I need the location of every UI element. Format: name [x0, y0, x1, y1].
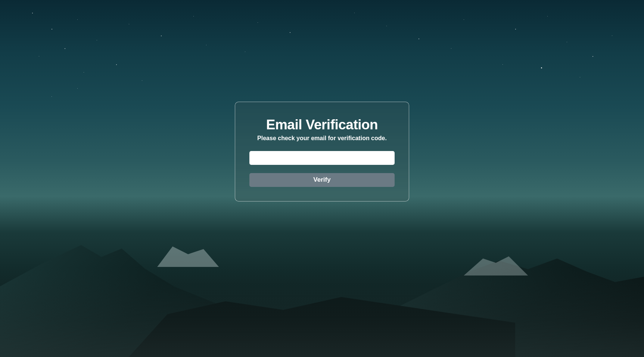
verification-card: Email Verification Please check your ema… [235, 102, 409, 201]
card-subtitle: Please check your email for verification… [249, 135, 395, 142]
card-title: Email Verification [249, 117, 395, 133]
fog-layer [0, 268, 644, 357]
verify-button[interactable]: Verify [249, 173, 395, 187]
verification-code-input[interactable] [249, 151, 395, 165]
